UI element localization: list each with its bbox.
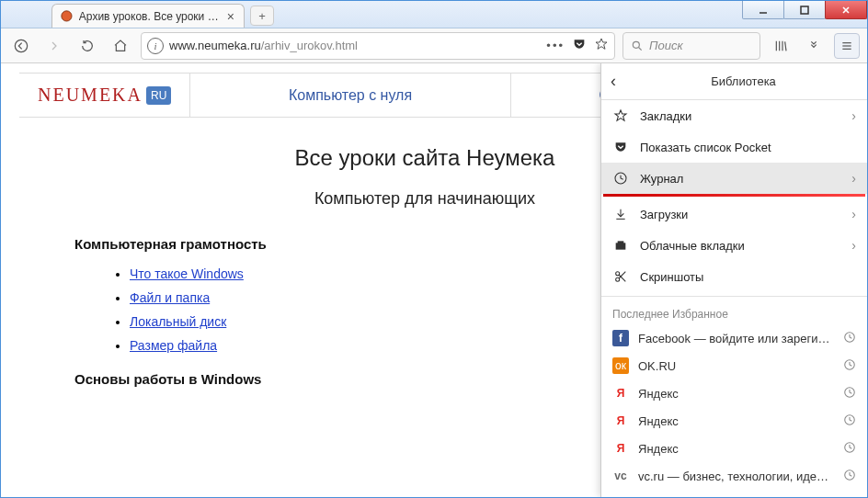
new-tab-button[interactable]: +: [250, 6, 274, 26]
clock-icon: [612, 171, 629, 186]
download-icon: [612, 207, 629, 221]
history-icon: [843, 469, 856, 484]
menu-button[interactable]: [834, 33, 860, 59]
panel-item-cloud-tabs[interactable]: Облачные вкладки›: [601, 230, 867, 261]
nav-item-0[interactable]: Компьютер с нуля: [189, 74, 509, 117]
toolbar: i www.neumeka.ru/arhiv_urokov.html ••• П…: [1, 28, 867, 63]
tab-title: Архив уроков. Все уроки сайт: [79, 10, 220, 23]
page-actions-icon[interactable]: •••: [546, 39, 565, 52]
recent-title: Последнее Избранное: [601, 300, 867, 324]
svg-line-12: [785, 41, 786, 51]
panel-item-download[interactable]: Загрузки›: [601, 198, 867, 230]
tab-close-icon[interactable]: ×: [225, 9, 236, 24]
bookmark-star-icon[interactable]: [594, 37, 609, 54]
history-icon: [843, 358, 856, 374]
svg-point-0: [62, 11, 72, 21]
browser-window: Архив уроков. Все уроки сайт × + i www.n…: [0, 0, 868, 498]
svg-point-7: [633, 41, 639, 48]
panel-items: Закладки›Показать список PocketЖурнал›За…: [601, 100, 867, 292]
content-area: NEUMEKA RU Компьютер с нуля Обучение Инт…: [1, 63, 867, 497]
recent-item[interactable]: vcvc.ru — бизнес, технологии, идеи, мо..…: [601, 462, 867, 490]
maximize-button[interactable]: [783, 1, 826, 19]
recent-item[interactable]: ЯЯндекс: [601, 407, 867, 435]
url-bar[interactable]: i www.neumeka.ru/arhiv_urokov.html •••: [141, 32, 615, 60]
chevron-right-icon: ›: [851, 108, 856, 123]
lesson-link[interactable]: Что такое Windows: [130, 266, 244, 281]
forward-button[interactable]: [41, 33, 67, 59]
window-controls: [743, 1, 867, 19]
recent-item[interactable]: окOK.RU: [601, 352, 867, 379]
recent-item-label: Яндекс: [638, 442, 834, 456]
lesson-link[interactable]: Локальный диск: [130, 314, 226, 329]
library-panel: ‹ Библиотека Закладки›Показать список Po…: [600, 63, 867, 497]
url-actions: •••: [546, 37, 609, 54]
recent-item-label: OK.RU: [638, 359, 834, 373]
svg-rect-2: [801, 6, 808, 14]
home-button[interactable]: [108, 33, 133, 59]
scissors-icon: [612, 269, 629, 284]
panel-item-star[interactable]: Закладки›: [601, 100, 867, 131]
svg-point-5: [15, 40, 27, 51]
tab-active[interactable]: Архив уроков. Все уроки сайт ×: [51, 4, 245, 28]
panel-title: Библиотека: [629, 74, 858, 88]
lesson-link[interactable]: Файл и папка: [130, 290, 210, 305]
highlight-underline: [603, 194, 865, 197]
panel-item-label: Загрузки: [640, 208, 840, 221]
close-button[interactable]: [825, 1, 867, 19]
svg-line-8: [639, 47, 642, 50]
panel-item-label: Облачные вкладки: [640, 239, 840, 253]
search-box[interactable]: Поиск: [622, 32, 760, 60]
history-icon: [843, 441, 856, 457]
panel-item-label: Закладки: [640, 109, 840, 123]
panel-header: ‹ Библиотека: [601, 63, 867, 100]
minimize-button[interactable]: [742, 1, 784, 19]
search-placeholder: Поиск: [649, 39, 683, 52]
overflow-button[interactable]: [801, 33, 827, 59]
panel-item-label: Показать список Pocket: [640, 141, 856, 154]
pocket-icon: [612, 140, 629, 154]
chevron-right-icon: ›: [851, 171, 856, 186]
chevron-right-icon: ›: [851, 207, 856, 221]
tab-strip: Архив уроков. Все уроки сайт × +: [1, 0, 274, 28]
history-icon: [843, 413, 856, 429]
recent-item[interactable]: fFacebook — войдите или зарегистри...: [601, 324, 867, 352]
site-logo[interactable]: NEUMEKA RU: [19, 74, 189, 117]
lesson-link[interactable]: Размер файла: [130, 338, 217, 353]
svg-marker-6: [596, 39, 607, 49]
history-icon: [843, 331, 856, 346]
star-icon: [612, 108, 629, 123]
recent-item-label: Яндекс: [638, 414, 834, 428]
recent-item[interactable]: ЯЯндекс: [601, 379, 867, 407]
panel-item-label: Журнал: [640, 172, 840, 186]
svg-line-24: [619, 275, 625, 281]
recent-item-label: Facebook — войдите или зарегистри...: [638, 332, 834, 345]
library-button[interactable]: [768, 33, 794, 59]
titlebar: Архив уроков. Все уроки сайт × +: [1, 1, 867, 28]
back-button[interactable]: [8, 33, 34, 59]
cloud-tabs-icon: [612, 238, 629, 253]
svg-marker-16: [615, 110, 626, 120]
svg-rect-21: [618, 241, 624, 243]
pocket-icon[interactable]: [572, 37, 587, 54]
panel-item-scissors[interactable]: Скриншоты: [601, 261, 867, 292]
panel-item-clock[interactable]: Журнал›: [601, 163, 867, 194]
recent-item-label: vc.ru — бизнес, технологии, идеи, мо...: [638, 470, 834, 483]
chevron-right-icon: ›: [851, 238, 856, 253]
svg-rect-20: [616, 243, 626, 249]
tab-favicon: [60, 9, 74, 24]
recent-item-label: Яндекс: [638, 387, 834, 401]
panel-separator: [601, 296, 867, 297]
url-text: www.neumeka.ru/arhiv_urokov.html: [169, 39, 541, 52]
panel-item-pocket[interactable]: Показать список Pocket: [601, 131, 867, 163]
reload-button[interactable]: [74, 33, 100, 59]
history-icon: [843, 386, 856, 402]
recent-item[interactable]: ЯЯндекс: [601, 435, 867, 462]
svg-line-25: [619, 272, 625, 278]
site-info-icon[interactable]: i: [147, 38, 164, 54]
panel-back-button[interactable]: ‹: [611, 72, 629, 91]
recent-items: fFacebook — войдите или зарегистри...окO…: [601, 324, 867, 490]
panel-item-label: Скриншоты: [640, 270, 856, 284]
